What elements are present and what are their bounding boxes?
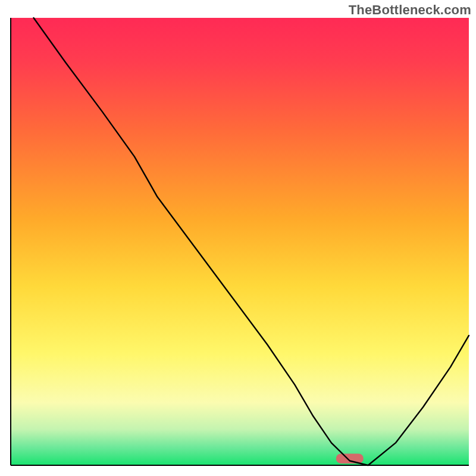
watermark-text: TheBottleneck.com (349, 2, 471, 18)
gradient-background (11, 18, 469, 465)
bottleneck-chart (0, 0, 476, 476)
chart-container: TheBottleneck.com (0, 0, 476, 476)
optimal-marker (336, 453, 364, 464)
